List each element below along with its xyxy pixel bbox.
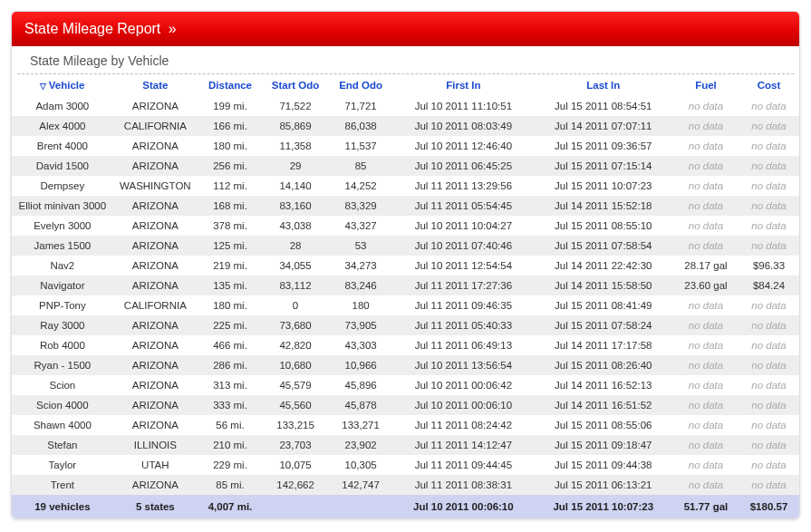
cell-cost: $96.33 <box>739 256 799 276</box>
cell-first_in: Jul 10 2011 00:06:42 <box>393 375 533 395</box>
cell-first_in: Jul 10 2011 13:56:54 <box>393 355 533 375</box>
cell-last_in: Jul 15 2011 09:44:38 <box>534 455 673 475</box>
cell-first_in: Jul 10 2011 07:40:46 <box>393 236 533 256</box>
cell-start_odo: 10,680 <box>263 355 328 375</box>
cell-start_odo: 73,680 <box>263 315 328 335</box>
cell-cost: no data <box>739 295 799 315</box>
cell-fuel: no data <box>673 216 739 236</box>
table-row: PNP-TonyCALIFORNIA180 mi.0180Jul 11 2011… <box>12 295 799 315</box>
cell-cost: no data <box>739 375 799 395</box>
report-card: State Mileage Report » State Mileage by … <box>11 11 800 519</box>
cell-fuel: no data <box>673 136 739 156</box>
table-body: Adam 3000ARIZONA199 mi.71,52271,721Jul 1… <box>12 96 799 495</box>
cell-last_in: Jul 14 2011 22:42:30 <box>534 256 673 276</box>
cell-state: UTAH <box>113 455 198 475</box>
cell-end_odo: 73,905 <box>328 315 393 335</box>
cell-distance: 313 mi. <box>198 375 263 395</box>
cell-distance: 333 mi. <box>198 395 263 415</box>
cell-end_odo: 34,273 <box>328 256 393 276</box>
cell-end_odo: 45,896 <box>328 375 393 395</box>
cell-cost: no data <box>739 455 799 475</box>
cell-distance: 180 mi. <box>198 295 263 315</box>
col-header-state[interactable]: State <box>113 74 198 96</box>
cell-last_in: Jul 15 2011 07:15:14 <box>534 156 673 176</box>
cell-vehicle: Scion 4000 <box>12 395 113 415</box>
cell-cost: no data <box>739 435 799 455</box>
table-row: StefanILLINOIS210 mi.23,70323,902Jul 11 … <box>12 435 799 455</box>
cell-first_in: Jul 11 2011 09:44:45 <box>393 455 533 475</box>
cell-end_odo: 45,878 <box>328 395 393 415</box>
cell-first_in: Jul 11 2011 17:27:36 <box>393 276 533 295</box>
cell-cost: $84.24 <box>739 276 799 295</box>
col-header-start-odo[interactable]: Start Odo <box>263 74 328 96</box>
cell-last_in: Jul 15 2011 07:58:24 <box>534 315 673 335</box>
cell-fuel: no data <box>673 156 739 176</box>
cell-distance: 56 mi. <box>198 415 263 435</box>
cell-last_in: Jul 14 2011 16:52:13 <box>534 375 673 395</box>
cell-start_odo: 71,522 <box>263 96 328 116</box>
chevron-right-icon: » <box>169 21 175 36</box>
cell-distance: 199 mi. <box>198 96 263 116</box>
table-row: James 1500ARIZONA125 mi.2853Jul 10 2011 … <box>12 236 799 256</box>
total-states: 5 states <box>113 495 198 518</box>
cell-first_in: Jul 11 2011 09:46:35 <box>393 295 533 315</box>
cell-first_in: Jul 11 2011 06:49:13 <box>393 335 533 355</box>
cell-start_odo: 29 <box>263 156 328 176</box>
col-header-vehicle[interactable]: Vehicle <box>12 74 113 96</box>
cell-end_odo: 71,721 <box>328 96 393 116</box>
table-row: TaylorUTAH229 mi.10,07510,305Jul 11 2011… <box>12 455 799 475</box>
cell-distance: 166 mi. <box>198 116 263 136</box>
col-header-last-in[interactable]: Last In <box>534 74 673 96</box>
table-row: Evelyn 3000ARIZONA378 mi.43,03843,327Jul… <box>12 216 799 236</box>
cell-end_odo: 85 <box>328 156 393 176</box>
col-header-end-odo[interactable]: End Odo <box>328 74 393 96</box>
table-row: ScionARIZONA313 mi.45,57945,896Jul 10 20… <box>12 375 799 395</box>
cell-distance: 466 mi. <box>198 335 263 355</box>
total-end-odo <box>328 495 393 518</box>
cell-cost: no data <box>739 415 799 435</box>
cell-fuel: no data <box>673 96 739 116</box>
cell-fuel: no data <box>673 295 739 315</box>
cell-end_odo: 10,966 <box>328 355 393 375</box>
cell-end_odo: 180 <box>328 295 393 315</box>
cell-last_in: Jul 15 2011 08:26:40 <box>534 355 673 375</box>
table-row: Rob 4000ARIZONA466 mi.42,82043,303Jul 11… <box>12 335 799 355</box>
col-header-fuel[interactable]: Fuel <box>673 74 739 96</box>
cell-end_odo: 11,537 <box>328 136 393 156</box>
cell-cost: no data <box>739 96 799 116</box>
table-totals-row: 19 vehicles 5 states 4,007 mi. Jul 10 20… <box>12 495 799 518</box>
table-row: Ray 3000ARIZONA225 mi.73,68073,905Jul 11… <box>12 315 799 335</box>
cell-start_odo: 0 <box>263 295 328 315</box>
cell-distance: 256 mi. <box>198 156 263 176</box>
cell-fuel: no data <box>673 355 739 375</box>
cell-cost: no data <box>739 176 799 196</box>
cell-last_in: Jul 15 2011 08:41:49 <box>534 295 673 315</box>
cell-start_odo: 14,140 <box>263 176 328 196</box>
cell-state: ARIZONA <box>113 395 198 415</box>
cell-end_odo: 10,305 <box>328 455 393 475</box>
table-row: Nav2ARIZONA219 mi.34,05534,273Jul 10 201… <box>12 256 799 276</box>
cell-state: ILLINOIS <box>113 435 198 455</box>
cell-vehicle: Shawn 4000 <box>12 415 113 435</box>
cell-state: ARIZONA <box>113 236 198 256</box>
cell-state: ARIZONA <box>113 335 198 355</box>
cell-last_in: Jul 14 2011 07:07:11 <box>534 116 673 136</box>
table-row: David 1500ARIZONA256 mi.2985Jul 10 2011 … <box>12 156 799 176</box>
cell-first_in: Jul 10 2011 00:06:10 <box>393 395 533 415</box>
table-row: Shawn 4000ARIZONA56 mi.133,215133,271Jul… <box>12 415 799 435</box>
cell-vehicle: Ray 3000 <box>12 315 113 335</box>
cell-cost: no data <box>739 475 799 495</box>
col-header-distance[interactable]: Distance <box>198 74 263 96</box>
cell-distance: 225 mi. <box>198 315 263 335</box>
cell-end_odo: 142,747 <box>328 475 393 495</box>
cell-start_odo: 43,038 <box>263 216 328 236</box>
col-header-first-in[interactable]: First In <box>393 74 533 96</box>
cell-distance: 180 mi. <box>198 136 263 156</box>
col-header-cost[interactable]: Cost <box>739 74 799 96</box>
report-title: State Mileage Report <box>24 21 160 36</box>
table-row: Ryan - 1500ARIZONA286 mi.10,68010,966Jul… <box>12 355 799 375</box>
cell-vehicle: Nav2 <box>12 256 113 276</box>
cell-state: ARIZONA <box>113 315 198 335</box>
total-vehicles: 19 vehicles <box>12 495 113 518</box>
cell-first_in: Jul 10 2011 11:10:51 <box>393 96 533 116</box>
